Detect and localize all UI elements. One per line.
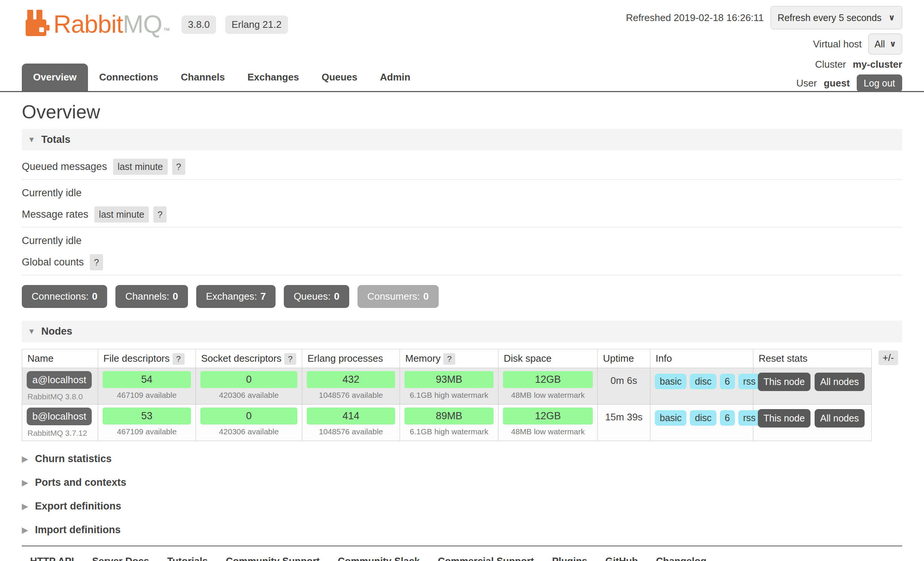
meter-value: 414	[307, 408, 395, 425]
global-counts-row: Global counts ?	[22, 254, 902, 275]
rabbitmq-logo-icon	[26, 10, 50, 36]
info-tag-disc[interactable]: disc	[690, 410, 716, 426]
help-icon[interactable]: ?	[90, 254, 103, 270]
reset-all-nodes-button[interactable]: All nodes	[815, 373, 865, 391]
totals-section-title: Totals	[41, 134, 71, 146]
totals-section-header[interactable]: ▼ Totals	[22, 129, 902, 150]
queued-messages-period-badge[interactable]: last minute	[113, 159, 168, 175]
help-icon[interactable]: ?	[153, 206, 167, 223]
meter-value: 89MB	[404, 408, 494, 425]
main-content: Overview ▼ Totals Queued messages last m…	[0, 101, 924, 536]
disk-space-cell: 12GB 48MB low watermark	[498, 405, 598, 441]
reset-this-node-button[interactable]: This node	[758, 373, 810, 391]
col-name: Name	[22, 349, 98, 368]
socket-descriptors-cell: 0 420306 available	[196, 368, 302, 405]
queued-messages-label: Queued messages	[22, 160, 107, 173]
tab-overview[interactable]: Overview	[22, 64, 88, 91]
consumers-count-button[interactable]: Consumers:0	[357, 285, 439, 308]
info-tag-rss[interactable]: rss	[738, 410, 760, 426]
memory-cell: 93MB 6.1GB high watermark	[400, 368, 498, 405]
meter-detail: 467109 available	[103, 391, 191, 400]
channels-count-button[interactable]: Channels:0	[115, 285, 188, 308]
reset-this-node-button[interactable]: This node	[758, 409, 810, 428]
reset-stats-cell: This node All nodes	[753, 368, 872, 405]
help-icon[interactable]: ?	[172, 159, 185, 175]
footer-link-community-slack[interactable]: Community Slack	[338, 555, 420, 561]
help-icon[interactable]: ?	[443, 353, 455, 365]
col-label: Socket descriptors	[201, 353, 282, 364]
meter-detail: 48MB low watermark	[503, 391, 593, 400]
col-uptime: Uptime	[598, 349, 650, 368]
footer-link-plugins[interactable]: Plugins	[552, 555, 587, 561]
footer-link-community-support[interactable]: Community Support	[226, 555, 320, 561]
info-tag-cores[interactable]: 6	[720, 374, 735, 389]
queues-count-button[interactable]: Queues:0	[284, 285, 349, 308]
col-memory: Memory ?	[400, 349, 498, 368]
virtual-host-select[interactable]: All ∨	[868, 33, 902, 55]
brand-wordmark: RabbitMQ™	[53, 12, 170, 36]
node-name-badge[interactable]: a@localhost	[27, 371, 92, 389]
node-version: RabbitMQ 3.7.12	[27, 429, 93, 438]
triangle-right-icon: ▶	[22, 500, 28, 512]
section-label: Ports and contexts	[35, 477, 126, 488]
refresh-interval-value: Refresh every 5 seconds	[778, 12, 882, 23]
virtual-host-value: All	[874, 39, 885, 50]
export-definitions-section[interactable]: ▶ Export definitions	[22, 500, 902, 512]
column-toggle-button[interactable]: +/-	[879, 350, 898, 365]
footer-link-server-docs[interactable]: Server Docs	[92, 555, 149, 561]
count-label: Queues:	[294, 291, 330, 302]
meter-value: 53	[103, 408, 191, 425]
refresh-interval-select[interactable]: Refresh every 5 seconds ∨	[771, 6, 902, 29]
count-value: 0	[423, 291, 429, 302]
logout-button[interactable]: Log out	[857, 74, 902, 92]
nodes-section-header[interactable]: ▼ Nodes	[22, 321, 902, 342]
connections-count-button[interactable]: Connections:0	[22, 285, 107, 308]
ports-and-contexts-section[interactable]: ▶ Ports and contexts	[22, 477, 902, 488]
help-icon[interactable]: ?	[284, 353, 296, 365]
nodes-section-title: Nodes	[41, 326, 73, 337]
count-label: Exchanges:	[206, 291, 257, 302]
footer-link-http-api[interactable]: HTTP API	[30, 555, 74, 561]
footer-link-commercial-support[interactable]: Commercial Support	[438, 555, 534, 561]
header-controls: Refreshed 2019-02-18 16:26:11 Refresh ev…	[626, 6, 902, 92]
nodes-table-wrap: Name File descriptors ? Socket descripto…	[22, 349, 902, 441]
queued-messages-row: Queued messages last minute ?	[22, 159, 902, 180]
info-tag-basic[interactable]: basic	[655, 410, 686, 426]
info-cell: basic disc 6 rss	[650, 405, 753, 441]
footer-link-github[interactable]: GitHub	[605, 555, 638, 561]
info-tag-basic[interactable]: basic	[655, 374, 686, 389]
churn-statistics-section[interactable]: ▶ Churn statistics	[22, 453, 902, 465]
footer-link-tutorials[interactable]: Tutorials	[167, 555, 208, 561]
info-tag-rss[interactable]: rss	[738, 374, 760, 389]
tab-connections[interactable]: Connections	[88, 64, 170, 91]
footer-link-changelog[interactable]: Changelog	[656, 555, 706, 561]
col-file-descriptors: File descriptors ?	[98, 349, 196, 368]
node-name-badge[interactable]: b@localhost	[27, 408, 92, 425]
rabbitmq-version-badge: 3.8.0	[182, 15, 216, 34]
col-info: Info	[650, 349, 753, 368]
help-icon[interactable]: ?	[173, 353, 185, 365]
page-title: Overview	[22, 101, 902, 123]
tab-channels[interactable]: Channels	[170, 64, 236, 91]
cluster-name: my-cluster	[853, 59, 903, 70]
virtual-host-label: Virtual host	[813, 38, 862, 50]
refreshed-timestamp: Refreshed 2019-02-18 16:26:11	[626, 12, 764, 24]
reset-stats-cell: This node All nodes	[753, 405, 872, 441]
tab-admin[interactable]: Admin	[369, 64, 422, 91]
brand-mq: MQ	[123, 10, 162, 38]
tab-queues[interactable]: Queues	[310, 64, 368, 91]
brand: RabbitMQ™ 3.8.0 Erlang 21.2	[26, 10, 288, 36]
import-definitions-section[interactable]: ▶ Import definitions	[22, 524, 902, 536]
count-label: Connections:	[32, 291, 89, 302]
info-tag-disc[interactable]: disc	[690, 374, 716, 389]
meter-detail: 420306 available	[200, 427, 297, 436]
brand-badges: 3.8.0 Erlang 21.2	[182, 15, 288, 34]
col-label: Uptime	[603, 353, 634, 364]
reset-all-nodes-button[interactable]: All nodes	[815, 409, 865, 428]
message-rates-period-badge[interactable]: last minute	[94, 206, 149, 223]
exchanges-count-button[interactable]: Exchanges:7	[196, 285, 276, 308]
erlang-processes-cell: 414 1048576 available	[302, 405, 400, 441]
tab-exchanges[interactable]: Exchanges	[236, 64, 310, 91]
meter-value: 12GB	[503, 408, 593, 425]
info-tag-cores[interactable]: 6	[720, 410, 735, 426]
